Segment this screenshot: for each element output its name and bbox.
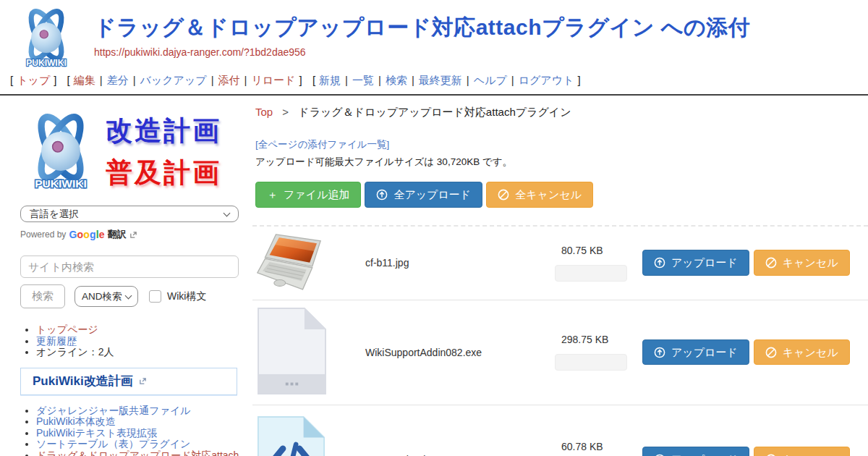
breadcrumb: Top > ドラッグ＆ドロップアップロード対応attachプラグイン [252, 106, 868, 119]
search-mode-select[interactable]: AND検索 [75, 286, 138, 307]
nav-logout[interactable]: ログアウト [519, 74, 574, 86]
file-icon-generic [257, 307, 365, 398]
site-search-input[interactable] [20, 256, 239, 278]
sidebar-link-sort-table[interactable]: ソートテーブル（表）プラグイン [36, 438, 190, 449]
cancel-all-button[interactable]: 全キャンセル [486, 182, 593, 208]
nav-backup[interactable]: バックアップ [140, 74, 207, 86]
nav-help[interactable]: ヘルプ [474, 74, 507, 86]
top-nav: [トップ] [編集|差分|バックアップ|添付|リロード] [新規|一覧|検索|最… [0, 71, 868, 96]
file-size: 298.75 KB [561, 334, 636, 345]
sidebar-section-title[interactable]: PukiWiki改造計画 [20, 368, 237, 395]
upload-circle-icon [654, 454, 665, 456]
file-name: WikiSupportAddin082.exe [365, 347, 555, 358]
ban-icon [765, 347, 777, 358]
nav-reload[interactable]: リロード [251, 74, 295, 86]
slogan-line1: 改造計画 [106, 113, 221, 149]
all-attachments-link[interactable]: [全ページの添付ファイル一覧] [255, 138, 389, 151]
chevron-down-icon [224, 209, 231, 216]
upload-all-button[interactable]: 全アップロード [365, 182, 482, 208]
search-button[interactable]: 検索 [20, 284, 65, 308]
sidebar-atom-icon: PUKIWIKI [20, 110, 101, 194]
upload-button[interactable]: アップロード [642, 250, 749, 276]
nav-group-page: [編集|差分|バックアップ|添付|リロード] [67, 74, 302, 86]
main-content: Top > ドラッグ＆ドロップアップロード対応attachプラグイン [全ページ… [250, 96, 868, 456]
search-mode-value: AND検索 [82, 290, 122, 303]
nav-search[interactable]: 検索 [386, 74, 407, 86]
list-item: PukiWikiテキスト表現拡張 [36, 428, 239, 439]
sidebar-link-top-page[interactable]: トップページ [36, 324, 98, 335]
sidebar-quick-links: トップページ 更新履歴 オンライン：2人 [20, 324, 239, 358]
file-row: contents.html 60.78 KB アップロード キャンセル [252, 405, 868, 456]
list-item: 更新履歴 [36, 336, 239, 347]
chevron-down-icon [125, 292, 132, 299]
sidebar-link-core-mod[interactable]: PukiWiki本体改造 [36, 415, 116, 427]
add-files-button[interactable]: ＋ ファイル追加 [255, 182, 361, 208]
upload-button[interactable]: アップロード [642, 339, 749, 366]
file-name: contents.html [365, 454, 555, 456]
upload-circle-icon [376, 189, 388, 200]
cancel-button[interactable]: キャンセル [754, 339, 850, 366]
powered-by-text: Powered by [20, 229, 66, 240]
upload-file-list: cf-b11.jpg 80.75 KB アップロード キャンセル [252, 225, 868, 456]
translate-link[interactable]: 翻訳 [108, 228, 127, 241]
sidebar-link-history[interactable]: 更新履歴 [36, 335, 77, 347]
upload-circle-icon [654, 257, 665, 269]
cancel-button[interactable]: キャンセル [754, 250, 850, 276]
cancel-button[interactable]: キャンセル [754, 447, 850, 456]
bulk-actions: ＋ ファイル追加 全アップロード 全キャンセル [255, 182, 868, 208]
google-logo: Google [69, 229, 104, 240]
file-row: WikiSupportAddin082.exe 298.75 KB アップロード… [252, 300, 868, 405]
file-row: cf-b11.jpg 80.75 KB アップロード キャンセル [252, 227, 868, 300]
plus-icon: ＋ [267, 187, 278, 202]
nav-attach[interactable]: 添付 [218, 74, 240, 86]
page-url-link[interactable]: https://pukiwiki.dajya-ranger.com/?1bd2d… [94, 46, 306, 58]
list-item: トップページ [36, 324, 239, 336]
nav-group-home: [トップ] [10, 74, 56, 86]
wiki-syntax-label: Wiki構文 [167, 290, 206, 303]
sidebar-plugin-links: ダジャレンジャー版共通ファイル PukiWiki本体改造 PukiWikiテキス… [20, 405, 239, 456]
nav-group-site: [新規|一覧|検索|最終更新|ヘルプ|ログアウト] [312, 74, 581, 86]
external-link-icon [129, 231, 137, 239]
online-counter: オンライン：2人 [36, 347, 239, 358]
upload-circle-icon [654, 347, 665, 358]
upload-button[interactable]: アップロード [642, 447, 749, 456]
breadcrumb-current: ドラッグ＆ドロップアップロード対応attachプラグイン [298, 106, 571, 118]
list-item: ダジャレンジャー版共通ファイル [36, 405, 239, 417]
sidebar-link-text-ext[interactable]: PukiWikiテキスト表現拡張 [36, 427, 157, 439]
list-item: ソートテーブル（表）プラグイン [36, 439, 239, 450]
nav-recent[interactable]: 最終更新 [419, 74, 462, 86]
nav-new[interactable]: 新規 [319, 74, 341, 86]
sidebar-link-dnd-attach[interactable]: ドラッグ＆ドロップアップロード対応attachプラグイン [36, 449, 239, 456]
page: PUKIWIKI ドラッグ＆ドロップアップロード対応attachプラグイン への… [0, 0, 868, 456]
nav-top[interactable]: トップ [17, 74, 50, 86]
search-controls: 検索 AND検索 Wiki構文 [20, 284, 239, 308]
sidebar-logo[interactable]: PUKIWIKI 改造計画 普及計画 [20, 110, 239, 194]
list-item: ドラッグ＆ドロップアップロード対応attachプラグイン [36, 450, 239, 456]
file-actions: アップロード キャンセル [636, 339, 868, 366]
nav-diff[interactable]: 差分 [107, 74, 129, 86]
file-thumbnail-laptop [257, 232, 365, 294]
translate-powered-by: Powered by Google 翻訳 [20, 228, 239, 241]
sidebar-slogan: 改造計画 普及計画 [106, 113, 221, 191]
breadcrumb-home[interactable]: Top [255, 106, 273, 118]
pukiwiki-logo[interactable]: PUKIWIKI [14, 6, 78, 71]
max-upload-size-text: アップロード可能最大ファイルサイズは 30,720KB です。 [255, 156, 868, 169]
nav-list[interactable]: 一覧 [352, 74, 374, 86]
ban-icon [765, 257, 777, 269]
wiki-syntax-checkbox[interactable] [149, 290, 161, 303]
language-select[interactable]: 言語を選択 [20, 206, 239, 222]
section-title-link[interactable]: PukiWiki改造計画 [33, 374, 133, 388]
file-progress-cell: 80.75 KB [555, 245, 636, 282]
file-size: 60.78 KB [561, 441, 636, 452]
ban-icon [765, 454, 777, 456]
nav-edit[interactable]: 編集 [74, 74, 95, 86]
progress-bar [555, 354, 627, 371]
slogan-line2: 普及計画 [106, 155, 221, 191]
file-actions: アップロード キャンセル [636, 250, 868, 276]
file-progress-cell: 60.78 KB [555, 441, 636, 456]
page-title: ドラッグ＆ドロップアップロード対応attachプラグイン への添付 [94, 13, 750, 43]
list-item: PukiWiki本体改造 [36, 416, 239, 428]
sidebar-link-common-files[interactable]: ダジャレンジャー版共通ファイル [36, 405, 191, 416]
sidebar: PUKIWIKI 改造計画 普及計画 言語を選択 Powered by Goog… [0, 96, 250, 456]
progress-bar [555, 265, 627, 282]
